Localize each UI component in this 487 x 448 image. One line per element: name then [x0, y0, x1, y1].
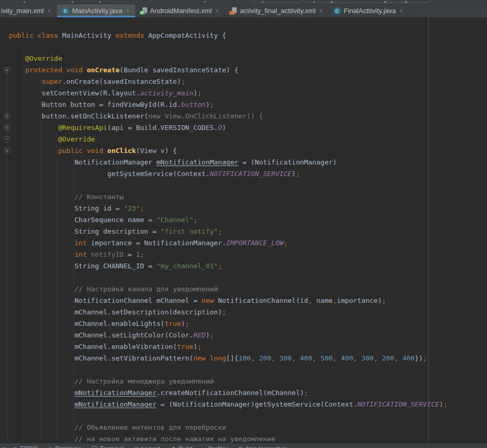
code-line — [9, 272, 448, 283]
tab-label: FinalActtivity.java — [344, 7, 396, 15]
tool-window-label: TODO — [20, 445, 38, 448]
code-line: // Настройка менеджера уведомлений — [9, 376, 448, 387]
code-line: super.onCreate(savedInstanceState); — [9, 76, 448, 88]
code-line: mNotificationManager.createNotificationC… — [9, 387, 448, 399]
code-line: mChannel.enableVibration(true); — [9, 341, 448, 353]
close-icon[interactable]: × — [215, 8, 219, 14]
java-class-icon: C — [334, 7, 341, 15]
fold-icon[interactable]: ∨ — [4, 125, 10, 130]
code-line: int notifyID = 1; — [9, 249, 448, 260]
code-line: mChannel.setVibrationPattern(new long[]{… — [9, 353, 448, 364]
code-lines: public class MainActivity extends AppCom… — [9, 30, 448, 445]
code-line: protected void onCreate(Bundle savedInst… — [9, 64, 448, 76]
toolbar-icon[interactable] — [405, 1, 407, 3]
code-line: String description = "first notify"; — [9, 226, 448, 237]
fold-icon[interactable]: ∨ — [4, 148, 10, 154]
tab-label: activity_final_acttivity.xml — [240, 7, 315, 15]
tool-window-label: App Inspection — [246, 445, 287, 448]
toolbar-icon — [99, 1, 101, 3]
tab-activity-main-xml[interactable]: ivity_main.xml × — [0, 4, 57, 17]
problems-icon: ◉ — [48, 446, 52, 448]
code-line: CharSequence name = "Channel"; — [9, 214, 448, 226]
todo-icon: ≣ — [13, 446, 17, 448]
layout-file-icon — [229, 7, 237, 15]
manifest-file-icon: MF — [140, 7, 147, 15]
code-line: @Override — [9, 134, 448, 145]
close-icon[interactable]: × — [47, 8, 52, 14]
run-config-group[interactable] — [252, 0, 302, 3]
tool-window-button-todo[interactable]: ≣TODO — [13, 445, 38, 448]
code-line: public class MainActivity extends AppCom… — [9, 30, 448, 41]
tab-finalactivity-java[interactable]: C FinalActtivity.java × — [329, 4, 409, 17]
code-line: // Настройка канала для уведомлений — [9, 283, 448, 295]
toolbar-icon[interactable] — [384, 1, 386, 3]
close-icon[interactable]: × — [399, 8, 404, 14]
logcat-icon: ▤ — [134, 446, 138, 448]
toolbar-icon — [72, 1, 73, 3]
editor-tab-bar: ivity_main.xml × C MainActivity.java × M… — [0, 4, 487, 17]
app-inspection-icon: ▦ — [238, 446, 242, 448]
java-class-icon: C — [62, 7, 69, 15]
tab-label: ivity_main.xml — [1, 7, 44, 15]
tool-window-bar: ⊡ ≣TODO◉Problems>Terminal▤LogcatBuild◔Pr… — [0, 443, 487, 448]
debug-icon[interactable] — [313, 1, 315, 3]
tab-label: AndroidManifest.xml — [150, 7, 212, 15]
code-line: button.setOnClickListener(new View.OnCli… — [9, 111, 448, 122]
code-line: String id = "23"; — [9, 203, 448, 214]
tool-window-button-build[interactable]: Build — [170, 445, 193, 448]
tab-activity-final-xml[interactable]: activity_final_acttivity.xml × — [225, 4, 328, 17]
tool-window-button-app-inspection[interactable]: ▦App Inspection — [238, 445, 287, 448]
code-line — [9, 364, 448, 376]
code-line: @RequiresApi(api = Build.VERSION_CODES.O… — [9, 122, 448, 134]
code-line: NotificationChannel mChannel = new Notif… — [9, 295, 448, 307]
terminal-icon: > — [92, 446, 97, 448]
code-line: mChannel.setDescription(description); — [9, 307, 448, 318]
tab-androidmanifest-xml[interactable]: MF AndroidManifest.xml × — [135, 4, 225, 17]
fold-region-line — [7, 67, 7, 440]
build-icon — [170, 446, 176, 448]
code-line: int importance = NotificationManager.IMP… — [9, 237, 448, 249]
code-line: mChannel.setLightColor(Color.RED); — [9, 330, 448, 341]
profiler-icon: ◔ — [202, 446, 205, 448]
code-line: getSystemService(Context.NOTIFICATION_SE… — [9, 168, 448, 180]
code-line: Button button = findViewById(R.id.button… — [9, 99, 448, 111]
tool-window-button-logcat[interactable]: ▤Logcat — [134, 445, 160, 448]
code-line: String CHANNEL_ID = "my_channel_01"; — [9, 260, 448, 272]
code-line: // Обьявление интентов для переброски — [9, 422, 448, 433]
fold-icon[interactable]: ∨ — [4, 113, 10, 119]
toolbar-icon — [24, 1, 25, 3]
code-line: setContentView(R.layout.activity_main); — [9, 88, 448, 99]
toolbar-icon[interactable] — [331, 1, 333, 3]
code-line: @Override — [9, 53, 448, 64]
run-icon[interactable] — [262, 1, 263, 3]
code-line — [9, 180, 448, 191]
close-icon[interactable]: × — [319, 8, 324, 14]
run-actions-group[interactable] — [304, 0, 430, 3]
tool-window-button-terminal[interactable]: >Terminal — [92, 445, 124, 448]
toolbar-icon — [204, 1, 206, 3]
tool-window-button-profiler[interactable]: ◔Profiler — [202, 445, 228, 448]
tool-window-label: Profiler — [208, 445, 228, 448]
tab-label: MainActivity.java — [72, 7, 123, 15]
main-toolbar-strip — [0, 0, 487, 4]
code-editor[interactable]: ∨∨∨+∨ public class MainActivity extends … — [0, 17, 487, 448]
code-line: mChannel.enableLights(true); — [9, 318, 448, 330]
unfold-icon[interactable]: + — [4, 136, 10, 142]
tab-mainactivity-java[interactable]: C MainActivity.java × — [57, 4, 135, 17]
fold-icon[interactable]: ∨ — [4, 67, 10, 73]
tool-window-label: Build — [179, 445, 193, 448]
tool-window-button-problems[interactable]: ◉Problems — [48, 445, 81, 448]
code-line: public void onClick(View v) { — [9, 145, 448, 157]
code-line: // Константы — [9, 191, 448, 203]
tool-window-label: Logcat — [141, 445, 160, 448]
code-line — [9, 410, 448, 422]
tool-window-label: Terminal — [100, 445, 124, 448]
ide-window: ivity_main.xml × C MainActivity.java × M… — [0, 0, 487, 448]
code-line: mNotificationManager = (NotificationMana… — [9, 399, 448, 410]
code-line: NotificationManager mNotificationManager… — [9, 157, 448, 168]
tool-window-label: Problems — [55, 445, 82, 448]
close-icon[interactable]: × — [125, 8, 130, 14]
code-line — [9, 41, 448, 53]
